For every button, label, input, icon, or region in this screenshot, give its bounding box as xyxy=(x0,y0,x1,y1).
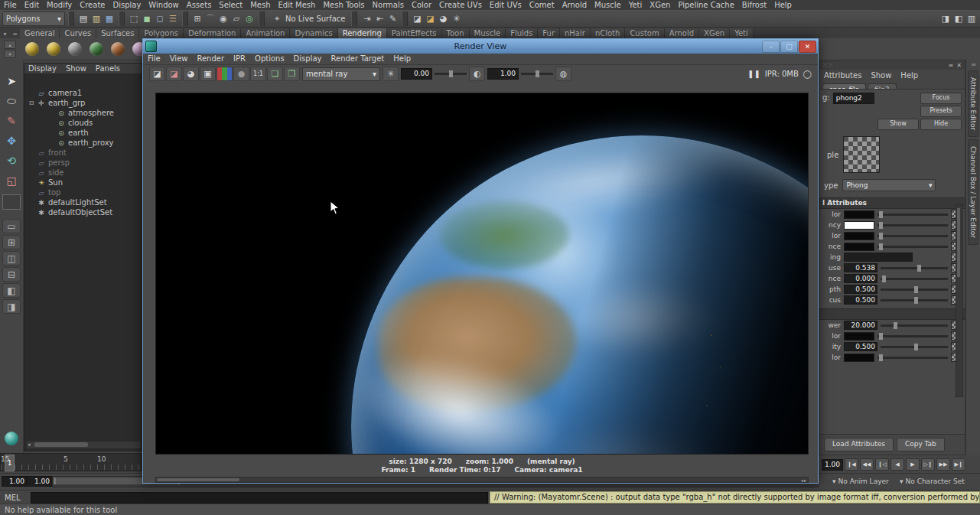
group-collapser[interactable] xyxy=(402,11,408,26)
material-sample-swatch[interactable] xyxy=(843,136,880,173)
focus-button[interactable]: Focus xyxy=(920,93,962,104)
menu-item[interactable]: Comet xyxy=(526,0,558,10)
tool-settings-toggle-icon[interactable]: ◧ xyxy=(952,12,965,24)
attribute-editor-menu-item[interactable]: Attributes xyxy=(824,71,861,80)
one-to-one-icon[interactable]: 1:1 xyxy=(250,67,266,81)
construction-history-icon[interactable]: ✎ xyxy=(386,12,399,24)
group-collapser[interactable] xyxy=(182,11,188,26)
open-render-view-icon[interactable]: ◪ xyxy=(411,12,423,24)
time-slider[interactable]: 1 5 10 15 xyxy=(0,453,142,471)
group-collapser[interactable] xyxy=(259,11,265,26)
menu-item[interactable]: Assets xyxy=(183,0,216,10)
range-end-field[interactable]: 1.00 xyxy=(27,476,52,487)
step-forward-frame-button[interactable]: ▶▶ xyxy=(936,458,950,471)
render-flags-shelf-icon[interactable] xyxy=(109,40,127,58)
keep-image-icon[interactable]: ❏ xyxy=(267,67,283,81)
renderer-selector[interactable]: mental ray ▾ xyxy=(302,67,380,81)
group-collapser[interactable] xyxy=(351,11,357,26)
command-input[interactable] xyxy=(31,492,488,504)
attribute-slider[interactable] xyxy=(877,224,948,227)
attribute-slider[interactable] xyxy=(881,278,948,280)
value-field[interactable]: 0.000 xyxy=(844,274,877,283)
outliner-item[interactable]: ⊟ ✛ earth_grp xyxy=(24,98,142,108)
value-field[interactable]: 0.500 xyxy=(844,295,877,305)
specular-shading-section-header[interactable] xyxy=(819,308,965,320)
value-field[interactable]: 0.500 xyxy=(844,285,877,294)
selection-mask-icon[interactable]: ☰ xyxy=(167,12,179,24)
shelf-tab[interactable]: Rendering xyxy=(338,28,387,38)
open-scene-icon[interactable]: ▥ xyxy=(90,12,103,24)
step-forward-key-button[interactable]: ▷❙ xyxy=(921,458,935,471)
load-attributes-button[interactable]: Load Attributes xyxy=(824,438,894,451)
menu-item[interactable]: Edit UVs xyxy=(486,0,526,10)
hypershade-shelf-icon[interactable] xyxy=(87,40,106,58)
group-collapser[interactable] xyxy=(119,11,125,26)
shelf-tab[interactable]: nHair xyxy=(560,28,591,38)
attribute-slider[interactable] xyxy=(881,267,948,269)
make-live-icon[interactable]: ◎ xyxy=(243,12,256,24)
attribute-editor-scrollbar[interactable] xyxy=(956,204,963,397)
shelf-tab[interactable]: Polygons xyxy=(139,28,184,38)
attribute-slider[interactable] xyxy=(877,357,948,359)
outliner-item[interactable]: ☀ Sun xyxy=(24,178,142,187)
show-button[interactable]: Show xyxy=(877,119,919,130)
render-settings-icon[interactable]: ✳ xyxy=(450,12,462,24)
render-view-horizontal-scrollbar[interactable]: ◂▸ xyxy=(155,477,809,483)
attribute-slider[interactable] xyxy=(881,299,948,302)
gamma-slider[interactable] xyxy=(521,73,553,75)
value-field[interactable] xyxy=(844,253,913,262)
outliner-menu-item[interactable]: Panels xyxy=(92,64,124,73)
value-field[interactable]: 0.500 xyxy=(844,342,877,351)
shelf-tab[interactable]: nCloth xyxy=(591,28,625,38)
lasso-tool-icon[interactable]: ⬭ xyxy=(2,92,21,110)
output-connections-icon[interactable]: ⇤ xyxy=(373,12,386,24)
select-by-component-icon[interactable]: ◻ xyxy=(154,12,166,24)
menu-item[interactable]: Create xyxy=(76,0,109,10)
attribute-slider[interactable] xyxy=(881,346,948,348)
menu-item[interactable]: Help xyxy=(770,0,796,10)
outliner-item[interactable]: ▱ camera1 xyxy=(24,88,142,98)
attribute-slider[interactable] xyxy=(877,235,948,237)
menu-item[interactable]: Yeti xyxy=(625,0,646,10)
render-view-menu-item[interactable]: Options xyxy=(250,54,289,64)
render-view-menu-item[interactable]: Render Target xyxy=(326,54,389,64)
hide-button[interactable]: Hide xyxy=(920,119,962,130)
shelf-tab[interactable]: Muscle xyxy=(470,28,506,38)
color-swatch[interactable] xyxy=(844,232,874,240)
outliner-item[interactable]: ✱ defaultLightSet xyxy=(24,197,142,207)
menu-item[interactable]: Mesh Tools xyxy=(319,0,368,10)
menu-item[interactable]: Mesh xyxy=(246,0,274,10)
outliner-item[interactable]: ⊙ earth_proxy xyxy=(24,138,142,148)
menu-item[interactable]: Modify xyxy=(43,0,76,10)
three-pane-split-layout-icon[interactable]: ◧ xyxy=(2,283,21,298)
menu-item[interactable]: Select xyxy=(215,0,246,10)
outliner-item[interactable]: ▱ front xyxy=(24,148,142,158)
panel-menu-icon[interactable]: ≡ xyxy=(949,62,954,69)
ipr-render-icon[interactable]: ◕ xyxy=(437,12,449,24)
shelf-tab[interactable]: General xyxy=(20,28,60,38)
character-set-selector[interactable]: ▾ No Character Set xyxy=(900,476,965,486)
shelf-tab[interactable]: Dynamics xyxy=(290,28,337,38)
attribute-editor-toggle-icon[interactable]: ◨ xyxy=(939,12,952,24)
render-settings-shelf-icon[interactable] xyxy=(66,40,84,58)
move-tool-icon[interactable]: ✥ xyxy=(2,132,21,150)
common-attributes-section-header[interactable]: l Attributes xyxy=(819,197,965,209)
remove-image-icon[interactable]: ❐ xyxy=(284,67,300,81)
outliner-item[interactable]: ✱ defaultObjectSet xyxy=(24,207,142,217)
go-to-start-button[interactable]: ❙◀ xyxy=(845,458,858,471)
paint-select-tool-icon[interactable]: ✎ xyxy=(2,112,21,130)
render-view-menu-item[interactable]: Display xyxy=(289,54,327,64)
outliner-item[interactable]: ⊙ earth xyxy=(24,128,142,138)
color-swatch[interactable] xyxy=(844,210,874,219)
menu-item[interactable]: Create UVs xyxy=(435,0,486,10)
color-management-icon[interactable]: ◍ xyxy=(555,67,571,81)
menu-item[interactable]: Color xyxy=(408,0,435,10)
alpha-channel-icon[interactable]: ● xyxy=(233,67,249,81)
snap-to-grid-icon[interactable]: ⊞ xyxy=(191,12,203,24)
contrast-icon[interactable]: ◐ xyxy=(469,67,485,81)
shelf-tab[interactable]: Yeti xyxy=(730,28,754,38)
exposure-field[interactable]: 0.00 xyxy=(401,68,432,80)
input-connections-icon[interactable]: ⇥ xyxy=(360,12,373,24)
shelf-tab[interactable]: Fluids xyxy=(506,28,538,38)
panel-drag-handle-icon[interactable]: ⁙⁙ xyxy=(822,62,834,69)
